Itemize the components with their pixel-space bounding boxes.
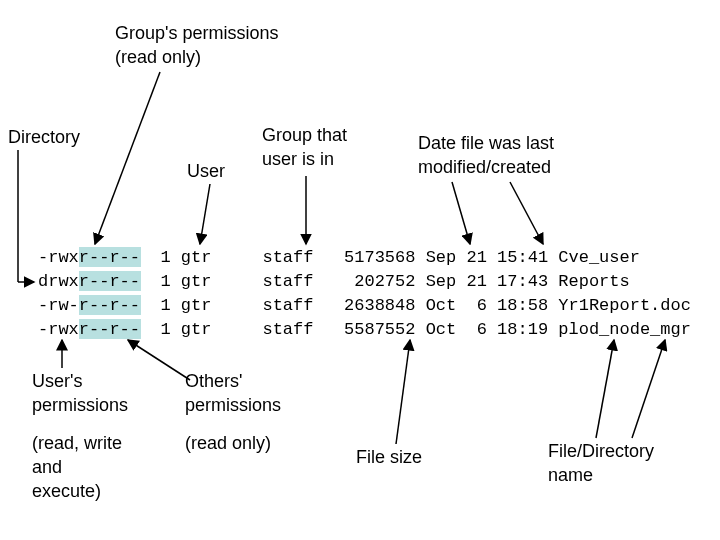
svg-line-3 <box>200 184 210 244</box>
svg-line-8 <box>128 340 190 380</box>
label-group-perm-2: (read only) <box>115 46 201 69</box>
label-user-perm-2: permissions <box>32 394 128 417</box>
label-group-perm-1: Group's permissions <box>115 22 279 45</box>
label-filesize: File size <box>356 446 422 469</box>
label-user-perm-4: and <box>32 456 62 479</box>
label-date-2: modified/created <box>418 156 551 179</box>
label-others-2: permissions <box>185 394 281 417</box>
svg-line-6 <box>510 182 543 244</box>
label-fdname-2: name <box>548 464 593 487</box>
svg-line-11 <box>632 340 665 438</box>
svg-line-5 <box>452 182 470 244</box>
label-fdname-1: File/Directory <box>548 440 654 463</box>
label-others-3: (read only) <box>185 432 271 455</box>
label-user: User <box>187 160 225 183</box>
label-user-perm-3: (read, write <box>32 432 122 455</box>
label-group-user-1: Group that <box>262 124 347 147</box>
svg-line-10 <box>596 340 614 438</box>
label-user-perm-1: User's <box>32 370 82 393</box>
svg-line-0 <box>95 72 160 244</box>
svg-line-9 <box>396 340 410 444</box>
label-date-1: Date file was last <box>418 132 554 155</box>
label-user-perm-5: execute) <box>32 480 101 503</box>
label-directory: Directory <box>8 126 80 149</box>
label-others-1: Others' <box>185 370 242 393</box>
ls-listing: -rwxr--r-- 1 gtr staff 5173568 Sep 21 15… <box>38 246 691 342</box>
label-group-user-2: user is in <box>262 148 334 171</box>
